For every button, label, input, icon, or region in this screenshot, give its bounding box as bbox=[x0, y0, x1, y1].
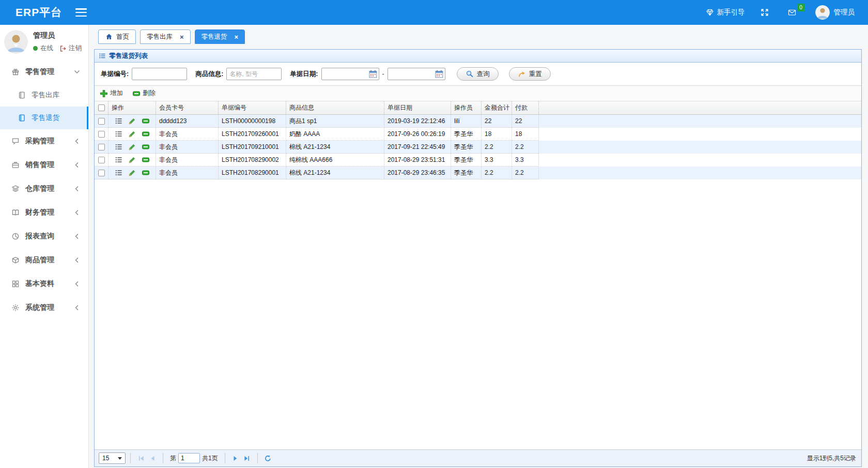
detail-list-icon[interactable] bbox=[115, 156, 123, 164]
reset-label: 重置 bbox=[529, 70, 542, 79]
sidebar-item[interactable]: 销售管理 bbox=[0, 153, 88, 177]
chevron-left-icon bbox=[73, 161, 81, 169]
delete-button[interactable]: 删除 bbox=[132, 89, 156, 98]
fullscreen-button[interactable] bbox=[761, 8, 772, 17]
calendar-icon[interactable] bbox=[435, 69, 444, 79]
table-row[interactable]: 非会员LSTH201708290002纯棉线 AAA6662017-08-29 … bbox=[95, 154, 861, 167]
detail-list-icon[interactable] bbox=[115, 130, 123, 138]
table-row[interactable]: 非会员LSTH201708290001棉线 A21-12342017-08-29… bbox=[95, 167, 861, 179]
row-checkbox[interactable] bbox=[98, 170, 105, 176]
first-page-button[interactable] bbox=[135, 452, 147, 464]
tab-item[interactable]: 零售出库× bbox=[140, 29, 191, 44]
guide-link[interactable]: 新手引导 bbox=[706, 8, 745, 17]
select-all-checkbox[interactable] bbox=[98, 104, 105, 111]
content-area: 首页零售出库×零售退货× 零售退货列表 单据编号: 商品信息: 单据日期: - bbox=[89, 25, 868, 468]
column-header[interactable]: 金额合计 bbox=[482, 101, 512, 114]
edit-pencil-icon[interactable] bbox=[128, 156, 136, 164]
row-checkbox[interactable] bbox=[98, 144, 105, 150]
table-row[interactable]: 非会员LSTH201709260001奶酪 AAAA2017-09-26 00:… bbox=[95, 128, 861, 141]
notebook-icon bbox=[18, 91, 26, 99]
table-row[interactable]: 非会员LSTH201709210001棉线 A21-12342017-09-21… bbox=[95, 141, 861, 154]
app-title: ERP平台 bbox=[16, 5, 62, 20]
delete-minus-icon bbox=[132, 89, 141, 98]
sidebar-item[interactable]: 财务管理 bbox=[0, 201, 88, 224]
table-row[interactable]: ddddd123LSTH00000000198商品1 sp12019-03-19… bbox=[95, 115, 861, 128]
page-size-select[interactable]: 15 bbox=[99, 452, 126, 464]
cell-member-card: 非会员 bbox=[156, 141, 219, 154]
remove-row-icon[interactable] bbox=[142, 130, 150, 138]
cell-operator: 季圣华 bbox=[451, 154, 482, 167]
sidebar-user-name: 管理员 bbox=[33, 31, 82, 40]
cell-paid-amount: 3.3 bbox=[512, 154, 539, 167]
column-header[interactable]: 付款 bbox=[512, 101, 539, 114]
prev-page-button[interactable] bbox=[147, 452, 158, 464]
tab-item[interactable]: 首页 bbox=[98, 29, 136, 44]
sidebar-item[interactable]: 零售管理 bbox=[0, 60, 88, 84]
remove-row-icon[interactable] bbox=[142, 156, 150, 164]
user-panel: 管理员 在线 注销 bbox=[0, 25, 88, 60]
sidebar-item[interactable]: 基本资料 bbox=[0, 272, 88, 296]
sidebar-item[interactable]: 报表查询 bbox=[0, 224, 88, 248]
sidebar-item[interactable]: 仓库管理 bbox=[0, 177, 88, 201]
retail-return-panel: 零售退货列表 单据编号: 商品信息: 单据日期: - 查询 bbox=[94, 49, 862, 467]
edit-pencil-icon[interactable] bbox=[128, 117, 136, 125]
page-number-input[interactable] bbox=[178, 453, 200, 463]
remove-row-icon[interactable] bbox=[142, 117, 150, 125]
column-header[interactable]: 会员卡号 bbox=[156, 101, 219, 114]
messages-button[interactable]: 0 bbox=[787, 8, 800, 17]
sidebar-item[interactable]: 采购管理 bbox=[0, 129, 88, 153]
tab-close-icon[interactable]: × bbox=[180, 34, 184, 40]
briefcase-icon bbox=[11, 161, 20, 169]
calendar-icon[interactable] bbox=[368, 69, 378, 79]
column-header[interactable]: 操作 bbox=[109, 101, 156, 114]
gem-icon bbox=[706, 8, 714, 17]
add-plus-icon bbox=[100, 89, 108, 98]
query-button[interactable]: 查询 bbox=[457, 67, 499, 81]
panel-title: 零售退货列表 bbox=[109, 52, 148, 61]
sidebar-item[interactable]: 系统管理 bbox=[0, 296, 88, 320]
cell-product-info: 商品1 sp1 bbox=[286, 115, 384, 128]
sidebar-subitem[interactable]: 零售出库 bbox=[0, 84, 88, 107]
topbar-user[interactable]: 管理员 bbox=[815, 5, 855, 20]
detail-list-icon[interactable] bbox=[115, 117, 123, 125]
sidebar-item[interactable]: 商品管理 bbox=[0, 248, 88, 272]
remove-row-icon[interactable] bbox=[142, 143, 150, 151]
sidebar-item-label: 销售管理 bbox=[25, 160, 73, 170]
reset-button[interactable]: 重置 bbox=[509, 67, 551, 81]
row-checkbox[interactable] bbox=[98, 131, 105, 138]
refresh-button[interactable] bbox=[262, 452, 274, 464]
edit-pencil-icon[interactable] bbox=[128, 143, 136, 151]
column-header[interactable]: 单据编号 bbox=[219, 101, 286, 114]
tab-close-icon[interactable]: × bbox=[235, 34, 239, 40]
remove-row-icon[interactable] bbox=[142, 169, 150, 177]
reset-arrow-icon bbox=[518, 70, 526, 78]
tab-active[interactable]: 零售退货× bbox=[195, 29, 245, 44]
cell-operator: lili bbox=[451, 115, 482, 128]
envelope-icon bbox=[787, 8, 797, 17]
logout-button[interactable]: 注销 bbox=[59, 44, 82, 53]
tab-bar: 首页零售出库×零售退货× bbox=[89, 25, 868, 44]
detail-list-icon[interactable] bbox=[115, 143, 123, 151]
sidebar-subitem[interactable]: 零售退货 bbox=[0, 107, 88, 129]
sidebar-item-label: 基本资料 bbox=[25, 279, 73, 289]
order-no-input[interactable] bbox=[132, 68, 187, 80]
edit-pencil-icon[interactable] bbox=[128, 169, 136, 177]
product-info-input[interactable] bbox=[226, 68, 282, 80]
pie-chart-icon bbox=[11, 232, 20, 240]
menu-toggle-icon[interactable] bbox=[75, 8, 87, 17]
last-page-button[interactable] bbox=[241, 452, 253, 464]
add-button[interactable]: 增加 bbox=[100, 89, 123, 98]
fullscreen-icon bbox=[761, 8, 769, 17]
next-page-button[interactable] bbox=[230, 452, 241, 464]
detail-list-icon[interactable] bbox=[115, 169, 123, 177]
cell-total-amount: 2.2 bbox=[482, 141, 512, 154]
column-header[interactable]: 单据日期 bbox=[384, 101, 451, 114]
column-header[interactable]: 操作员 bbox=[451, 101, 482, 114]
row-checkbox[interactable] bbox=[98, 118, 105, 125]
topbar-user-name: 管理员 bbox=[834, 8, 855, 17]
column-header[interactable]: 商品信息 bbox=[286, 101, 384, 114]
gear-icon bbox=[11, 304, 20, 312]
edit-pencil-icon[interactable] bbox=[128, 130, 136, 138]
row-checkbox[interactable] bbox=[98, 157, 105, 163]
online-dot-icon bbox=[33, 46, 38, 51]
